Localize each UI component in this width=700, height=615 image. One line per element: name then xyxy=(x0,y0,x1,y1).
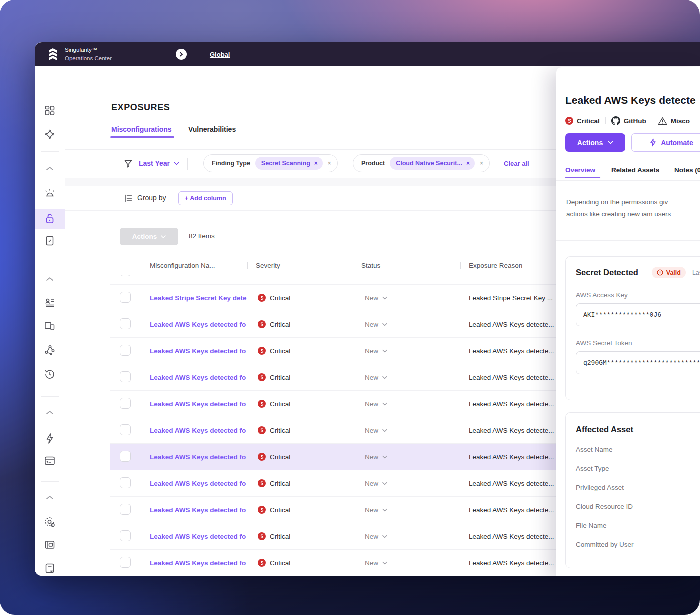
misconfiguration-name-link[interactable]: Leaked AWS Keys detected fo xyxy=(150,374,249,382)
row-checkbox[interactable] xyxy=(120,530,131,542)
status-dropdown[interactable]: New xyxy=(365,275,388,276)
panel-tab-notes[interactable]: Notes (0) xyxy=(674,166,700,174)
panel-tab-overview[interactable]: Overview xyxy=(566,166,596,174)
sidebar-section-collapse[interactable] xyxy=(46,277,54,282)
sidebar-item-threat-intel[interactable] xyxy=(44,516,56,528)
misconfiguration-name-link[interactable]: Leaked Stripe Secret Key dete xyxy=(150,294,249,302)
add-column-button[interactable]: + Add column xyxy=(178,192,233,206)
sidebar-item-dashboard[interactable] xyxy=(45,106,56,116)
column-header-exposure-reason[interactable]: Exposure Reason xyxy=(469,262,522,270)
misconfiguration-name-link[interactable]: Leaked AWS Keys detected fo xyxy=(150,506,249,514)
row-checkbox[interactable] xyxy=(120,292,131,303)
misconfiguration-name-link[interactable]: Leaked AWS Keys detected fo xyxy=(150,400,249,408)
sidebar-item-history[interactable] xyxy=(44,369,56,380)
severity-cell: Critical xyxy=(258,506,290,514)
status-dropdown[interactable]: New xyxy=(365,321,388,328)
misconfiguration-name-link[interactable]: Leaked AWS Keys detected fo xyxy=(150,560,249,567)
sidebar-item-identity[interactable] xyxy=(44,298,56,308)
sidebar-section-collapse[interactable] xyxy=(46,166,54,171)
severity-label: Critical xyxy=(270,294,290,302)
sidebar-item-automation[interactable] xyxy=(46,433,55,444)
chevron-down-icon xyxy=(382,350,388,352)
filter-chip-product[interactable]: Cloud Native Securit... × xyxy=(390,157,475,170)
status-dropdown[interactable]: New xyxy=(365,560,388,567)
status-dropdown[interactable]: New xyxy=(365,480,388,488)
scope-chevron-button[interactable] xyxy=(176,49,187,60)
chevron-up-icon xyxy=(46,166,54,171)
row-checkbox[interactable] xyxy=(120,557,131,568)
sidebar-item-data-archive[interactable] xyxy=(44,540,56,550)
column-header-name[interactable]: Misconfiguration Na... xyxy=(150,262,216,270)
tab-misconfigurations[interactable]: Misconfigurations xyxy=(112,126,172,134)
severity-label: Critical xyxy=(270,427,290,434)
filter-close-icon[interactable]: × xyxy=(328,160,332,167)
severity-cell: Critical xyxy=(258,480,290,488)
row-checkbox[interactable] xyxy=(120,424,131,436)
misconfiguration-name-link[interactable]: Leaked AWS Keys detected fo xyxy=(150,427,249,434)
row-checkbox[interactable] xyxy=(120,345,131,356)
chevron-up-icon xyxy=(46,410,54,415)
status-dropdown[interactable]: New xyxy=(365,427,388,434)
row-checkbox[interactable] xyxy=(120,398,131,409)
critical-severity-icon xyxy=(258,294,266,302)
sidebar-section-collapse[interactable] xyxy=(46,496,54,500)
row-checkbox[interactable] xyxy=(120,318,131,330)
automate-button[interactable]: Automate xyxy=(632,134,700,152)
filter-chip-secret-scanning[interactable]: Secret Scanning × xyxy=(256,157,323,170)
status-dropdown[interactable]: New xyxy=(365,374,388,382)
global-scope-link[interactable]: Global xyxy=(210,51,230,58)
exposure-reason-cell: Leaked Stripe Secret Key ... xyxy=(469,294,567,302)
misconfiguration-name-link[interactable]: Leaked AWS Keys detected fo xyxy=(150,480,249,488)
finding-actions-button[interactable]: Actions xyxy=(566,134,626,152)
misconfiguration-name-link[interactable]: Leaked AWS Keys detected fo xyxy=(150,533,249,540)
sidebar-item-graph-explorer[interactable] xyxy=(44,129,56,140)
panel-tab-related-assets[interactable]: Related Assets xyxy=(612,166,660,174)
status-dropdown[interactable]: New xyxy=(365,533,388,540)
chevron-down-icon xyxy=(382,296,388,300)
access-key-field[interactable]: AKI**************0J6 xyxy=(576,304,700,326)
row-checkbox[interactable] xyxy=(120,451,131,462)
time-range-filter[interactable]: Last Year xyxy=(139,160,180,168)
chip-close-icon[interactable]: × xyxy=(314,160,318,167)
filter-close-icon[interactable]: × xyxy=(480,160,484,167)
misconfiguration-name-link[interactable]: Leaked AWS Keys detected fo xyxy=(150,275,249,276)
status-dropdown[interactable]: New xyxy=(365,348,388,355)
misconfiguration-name-link[interactable]: Leaked AWS Keys detected fo xyxy=(150,454,249,461)
row-checkbox[interactable] xyxy=(120,372,131,382)
sidebar-item-notes[interactable] xyxy=(45,563,56,574)
severity-badge: Critical xyxy=(566,117,600,125)
filter-group-product: Product Cloud Native Securit... × × xyxy=(353,154,490,172)
asset-field-label: File Name xyxy=(576,522,700,530)
status-dropdown[interactable]: New xyxy=(365,454,388,461)
secret-token-field[interactable]: q290GM**************************** xyxy=(576,352,700,374)
misconfiguration-name-link[interactable]: Leaked AWS Keys detected fo xyxy=(150,321,249,328)
status-dropdown[interactable]: New xyxy=(365,294,388,302)
sidebar-item-reports[interactable] xyxy=(45,236,55,246)
row-checkbox[interactable] xyxy=(120,504,131,515)
chip-close-icon[interactable]: × xyxy=(466,160,470,167)
critical-severity-icon xyxy=(258,532,266,540)
column-header-severity[interactable]: Severity xyxy=(256,262,280,270)
sidebar-item-devices[interactable] xyxy=(44,321,56,332)
exposure-reason-cell: Leaked AWS Keys detecte... xyxy=(469,454,567,461)
sidebar-item-console[interactable] xyxy=(44,456,56,466)
row-checkbox[interactable] xyxy=(120,275,131,276)
row-checkbox[interactable] xyxy=(120,478,131,488)
column-header-status[interactable]: Status xyxy=(362,262,380,270)
brand-line1: Singularity™ xyxy=(65,46,112,54)
clear-all-filters-link[interactable]: Clear all xyxy=(504,160,530,168)
sidebar-section-collapse[interactable] xyxy=(46,410,54,415)
page-title: EXPOSURES xyxy=(112,102,170,113)
sidebar-item-exposures[interactable] xyxy=(45,213,56,225)
status-dropdown[interactable]: New xyxy=(365,506,388,514)
misconfiguration-name-link[interactable]: Leaked AWS Keys detected fo xyxy=(150,348,249,355)
sidebar-item-alerts[interactable] xyxy=(44,188,56,199)
active-tab-underline xyxy=(110,136,174,138)
tab-vulnerabilities[interactable]: Vulnerabilities xyxy=(188,126,236,134)
sidebar-item-network[interactable] xyxy=(44,344,56,356)
bulk-actions-button[interactable]: Actions xyxy=(120,228,178,246)
chevron-down-icon xyxy=(382,535,388,538)
badge-separator xyxy=(652,118,652,124)
critical-severity-icon xyxy=(258,426,266,434)
status-dropdown[interactable]: New xyxy=(365,400,388,408)
